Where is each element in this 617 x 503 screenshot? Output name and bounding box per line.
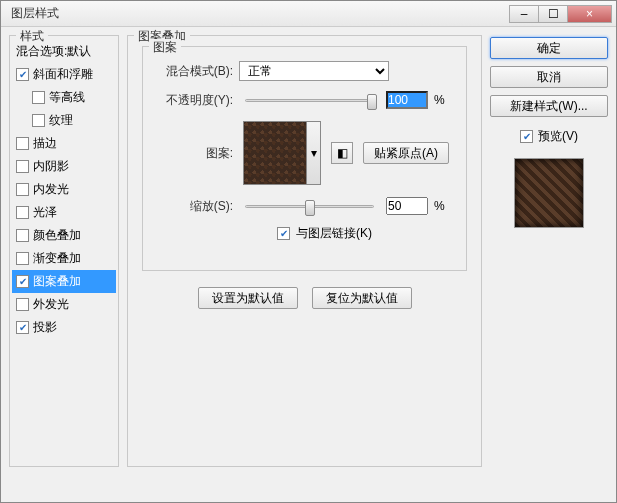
style-label-12: 投影 (33, 319, 57, 336)
style-item-9[interactable]: 渐变叠加 (12, 247, 116, 270)
snap-origin-button[interactable]: 贴紧原点(A) (363, 142, 449, 164)
maximize-button[interactable]: ☐ (538, 5, 568, 23)
style-item-7[interactable]: 光泽 (12, 201, 116, 224)
opacity-thumb[interactable] (367, 94, 377, 110)
opacity-input[interactable] (386, 91, 428, 109)
style-label-9: 渐变叠加 (33, 250, 81, 267)
blend-mode-select[interactable]: 正常 (239, 61, 389, 81)
pattern-swatch[interactable] (243, 121, 307, 185)
style-checkbox-5[interactable] (16, 160, 29, 173)
ok-button[interactable]: 确定 (490, 37, 608, 59)
minimize-button[interactable]: – (509, 5, 539, 23)
style-item-3[interactable]: 纹理 (12, 109, 116, 132)
reset-default-button[interactable]: 复位为默认值 (312, 287, 412, 309)
style-item-6[interactable]: 内发光 (12, 178, 116, 201)
preview-image (514, 158, 584, 228)
titlebar[interactable]: 图层样式 – ☐ × (1, 1, 616, 27)
link-layer-label: 与图层链接(K) (296, 225, 372, 242)
new-style-button[interactable]: 新建样式(W)... (490, 95, 608, 117)
layer-style-dialog: 图层样式 – ☐ × 样式 混合选项:默认斜面和浮雕等高线纹理描边内阴影内发光光… (0, 0, 617, 503)
style-item-11[interactable]: 外发光 (12, 293, 116, 316)
style-item-1[interactable]: 斜面和浮雕 (12, 63, 116, 86)
close-button[interactable]: × (567, 5, 612, 23)
style-checkbox-2[interactable] (32, 91, 45, 104)
style-label-10: 图案叠加 (33, 273, 81, 290)
pattern-label: 图案: (155, 145, 233, 162)
style-item-4[interactable]: 描边 (12, 132, 116, 155)
scale-thumb[interactable] (305, 200, 315, 216)
link-layer-checkbox[interactable] (277, 227, 290, 240)
opacity-pct: % (434, 93, 454, 107)
pattern-dropdown[interactable]: ▾ (307, 121, 321, 185)
style-label-1: 斜面和浮雕 (33, 66, 93, 83)
style-checkbox-7[interactable] (16, 206, 29, 219)
opacity-label: 不透明度(Y): (155, 92, 233, 109)
style-label-8: 颜色叠加 (33, 227, 81, 244)
scale-slider[interactable] (245, 205, 374, 208)
style-checkbox-6[interactable] (16, 183, 29, 196)
preview-checkbox[interactable] (520, 130, 533, 143)
style-label-2: 等高线 (49, 89, 85, 106)
scale-input[interactable] (386, 197, 428, 215)
style-label-3: 纹理 (49, 112, 73, 129)
style-checkbox-3[interactable] (32, 114, 45, 127)
style-checkbox-9[interactable] (16, 252, 29, 265)
styles-list: 样式 混合选项:默认斜面和浮雕等高线纹理描边内阴影内发光光泽颜色叠加渐变叠加图案… (9, 35, 119, 467)
style-item-5[interactable]: 内阴影 (12, 155, 116, 178)
cancel-button[interactable]: 取消 (490, 66, 608, 88)
opacity-slider[interactable] (245, 99, 374, 102)
style-checkbox-8[interactable] (16, 229, 29, 242)
inner-legend: 图案 (149, 39, 181, 56)
style-label-4: 描边 (33, 135, 57, 152)
style-checkbox-10[interactable] (16, 275, 29, 288)
style-item-8[interactable]: 颜色叠加 (12, 224, 116, 247)
window-title: 图层样式 (5, 5, 59, 22)
blend-mode-label: 混合模式(B): (155, 63, 233, 80)
scale-label: 缩放(S): (155, 198, 233, 215)
scale-pct: % (434, 199, 454, 213)
set-default-button[interactable]: 设置为默认值 (198, 287, 298, 309)
style-label-0: 混合选项:默认 (16, 43, 91, 60)
style-item-2[interactable]: 等高线 (12, 86, 116, 109)
style-checkbox-12[interactable] (16, 321, 29, 334)
preview-label: 预览(V) (538, 128, 578, 145)
style-label-5: 内阴影 (33, 158, 69, 175)
style-checkbox-4[interactable] (16, 137, 29, 150)
style-label-6: 内发光 (33, 181, 69, 198)
new-pattern-icon[interactable]: ◧ (331, 142, 353, 164)
style-item-10[interactable]: 图案叠加 (12, 270, 116, 293)
styles-legend: 样式 (16, 28, 48, 45)
style-label-11: 外发光 (33, 296, 69, 313)
pattern-group: 图案 混合模式(B): 正常 不透明度(Y): % (142, 46, 467, 271)
style-checkbox-1[interactable] (16, 68, 29, 81)
style-item-12[interactable]: 投影 (12, 316, 116, 339)
style-checkbox-11[interactable] (16, 298, 29, 311)
style-label-7: 光泽 (33, 204, 57, 221)
pattern-overlay-panel: 图案叠加 图案 混合模式(B): 正常 不透明度(Y): (127, 35, 482, 467)
